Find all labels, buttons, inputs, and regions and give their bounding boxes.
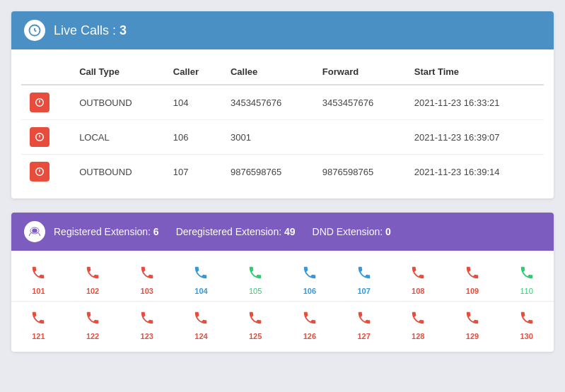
extension-item[interactable]: 125 (228, 304, 283, 343)
forward-cell (314, 120, 406, 155)
callee-cell: 9876598765 (222, 155, 314, 189)
start-time-cell: 2021-11-23 16:33:21 (406, 85, 544, 120)
forward-cell: 9876598765 (314, 155, 406, 189)
extensions-header: Registered Extension: 6 Deregistered Ext… (11, 213, 554, 251)
extension-item[interactable]: 107 (337, 259, 391, 298)
hangup-button[interactable] (30, 127, 49, 147)
live-calls-header: Live Calls : 3 (11, 11, 554, 49)
phone-icon (302, 310, 318, 329)
call-type-cell: LOCAL (71, 120, 165, 155)
phone-icon (356, 265, 372, 284)
extension-number: 107 (357, 287, 370, 295)
svg-point-10 (33, 229, 37, 232)
phone-icon (247, 265, 263, 284)
hangup-button[interactable] (30, 93, 49, 112)
extension-item[interactable]: 105 (228, 259, 283, 298)
extension-item[interactable]: 102 (66, 259, 120, 298)
phone-icon (139, 310, 155, 329)
extension-item[interactable]: 126 (283, 304, 337, 343)
phone-icon (356, 310, 372, 329)
hangup-button[interactable] (30, 162, 49, 182)
extension-number: 104 (194, 287, 207, 295)
col-caller: Caller (165, 59, 222, 85)
forward-cell: 3453457676 (314, 85, 406, 120)
extension-number: 103 (141, 287, 153, 295)
live-calls-title: Live Calls : 3 (54, 23, 127, 38)
phone-icon (465, 265, 480, 284)
start-time-cell: 2021-11-23 16:39:14 (406, 155, 544, 189)
extension-number: 129 (466, 332, 479, 340)
phone-icon (30, 310, 46, 329)
phone-icon (519, 265, 535, 284)
calls-table: Call Type Caller Callee Forward Start Ti… (21, 59, 544, 189)
extension-item[interactable]: 128 (391, 304, 445, 343)
extensions-grid: 101 102 103 104 (11, 251, 554, 352)
callee-cell: 3453457676 (222, 85, 314, 120)
extension-item[interactable]: 110 (499, 259, 554, 298)
extensions-icon (24, 221, 45, 242)
col-action (21, 59, 71, 85)
phone-icon (85, 265, 100, 284)
phone-icon (410, 265, 426, 284)
col-callee: Callee (222, 59, 314, 85)
extension-number: 105 (249, 287, 262, 295)
phone-icon (465, 310, 480, 329)
extension-number: 101 (32, 287, 45, 295)
table-row: LOCAL10630012021-11-23 16:39:07 (21, 120, 544, 155)
table-row: OUTBOUND104345345767634534576762021-11-2… (21, 85, 544, 120)
col-forward: Forward (314, 59, 406, 85)
extension-number: 125 (249, 332, 262, 340)
extension-number: 106 (303, 287, 316, 295)
caller-cell: 107 (165, 155, 222, 189)
dnd-stat: DND Extension: 0 (313, 226, 391, 237)
extension-number: 108 (412, 287, 424, 295)
extension-row-1: 101 102 103 104 (11, 256, 554, 302)
extension-item[interactable]: 109 (445, 259, 500, 298)
live-calls-panel: Live Calls : 3 Call Type Caller Callee F… (11, 11, 554, 198)
table-row: OUTBOUND107987659876598765987652021-11-2… (21, 155, 544, 189)
phone-icon (302, 265, 318, 284)
extension-item[interactable]: 121 (11, 304, 66, 343)
live-calls-icon (24, 20, 45, 41)
phone-icon (247, 310, 263, 329)
extensions-panel: Registered Extension: 6 Deregistered Ext… (11, 213, 554, 352)
extension-number: 123 (141, 332, 153, 340)
registered-stat: Registered Extension: 6 (54, 226, 159, 237)
extension-item[interactable]: 108 (391, 259, 445, 298)
extension-number: 130 (520, 332, 533, 340)
extension-item[interactable]: 122 (66, 304, 120, 343)
caller-cell: 106 (165, 120, 222, 155)
extension-item[interactable]: 103 (120, 259, 174, 298)
phone-icon (139, 265, 155, 284)
phone-icon (85, 310, 100, 329)
extension-item[interactable]: 124 (174, 304, 228, 343)
extension-number: 124 (194, 332, 207, 340)
extension-item[interactable]: 130 (499, 304, 554, 343)
extension-item[interactable]: 104 (174, 259, 228, 298)
call-type-cell: OUTBOUND (71, 85, 165, 120)
extension-item[interactable]: 123 (120, 304, 174, 343)
title-separator: : (112, 23, 116, 37)
extension-number: 127 (357, 332, 370, 340)
extension-number: 110 (520, 287, 533, 295)
call-type-cell: OUTBOUND (71, 155, 165, 189)
extension-number: 126 (303, 332, 316, 340)
extension-item[interactable]: 127 (337, 304, 391, 343)
table-header-row: Call Type Caller Callee Forward Start Ti… (21, 59, 544, 85)
phone-icon (193, 265, 209, 284)
extension-number: 128 (412, 332, 424, 340)
extension-item[interactable]: 129 (445, 304, 500, 343)
extensions-stats: Registered Extension: 6 Deregistered Ext… (54, 226, 391, 237)
extension-row-2: 121 122 123 124 (11, 302, 554, 346)
extension-item[interactable]: 101 (11, 259, 66, 298)
col-start-time: Start Time (406, 59, 544, 85)
caller-cell: 104 (165, 85, 222, 120)
extension-number: 122 (86, 332, 99, 340)
phone-icon (410, 310, 426, 329)
start-time-cell: 2021-11-23 16:39:07 (406, 120, 544, 155)
title-text: Live Calls (54, 23, 109, 37)
deregistered-stat: Deregistered Extension: 49 (176, 226, 296, 237)
calls-table-wrapper: Call Type Caller Callee Forward Start Ti… (11, 49, 554, 198)
svg-line-2 (35, 30, 36, 32)
extension-item[interactable]: 106 (283, 259, 337, 298)
